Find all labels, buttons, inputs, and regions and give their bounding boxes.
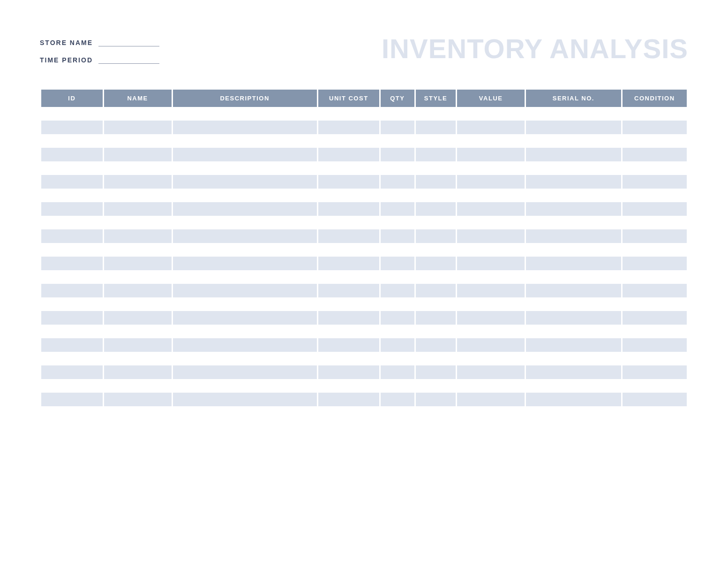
cell-input[interactable] [176, 175, 314, 189]
cell-input[interactable] [321, 189, 376, 202]
cell-input[interactable] [383, 161, 412, 175]
cell-input[interactable] [419, 202, 453, 216]
cell-input[interactable] [321, 365, 376, 379]
cell-input[interactable] [383, 175, 412, 189]
cell-input[interactable] [529, 270, 618, 284]
cell-input[interactable] [625, 121, 684, 134]
cell-input[interactable] [529, 229, 618, 243]
cell-input[interactable] [529, 352, 618, 365]
cell-input[interactable] [107, 365, 169, 379]
cell-input[interactable] [625, 148, 684, 161]
cell-input[interactable] [44, 148, 100, 161]
cell-input[interactable] [107, 311, 169, 325]
cell-input[interactable] [321, 297, 376, 311]
cell-input[interactable] [460, 311, 522, 325]
cell-input[interactable] [383, 311, 412, 325]
cell-input[interactable] [107, 189, 169, 202]
cell-input[interactable] [44, 325, 100, 338]
cell-input[interactable] [529, 338, 618, 352]
cell-input[interactable] [419, 311, 453, 325]
cell-input[interactable] [419, 338, 453, 352]
cell-input[interactable] [383, 352, 412, 365]
cell-input[interactable] [321, 311, 376, 325]
cell-input[interactable] [44, 284, 100, 297]
cell-input[interactable] [107, 297, 169, 311]
cell-input[interactable] [107, 107, 169, 121]
cell-input[interactable] [529, 175, 618, 189]
cell-input[interactable] [321, 393, 376, 406]
cell-input[interactable] [383, 189, 412, 202]
cell-input[interactable] [460, 189, 522, 202]
cell-input[interactable] [321, 175, 376, 189]
cell-input[interactable] [107, 325, 169, 338]
cell-input[interactable] [529, 216, 618, 229]
cell-input[interactable] [625, 175, 684, 189]
cell-input[interactable] [176, 311, 314, 325]
cell-input[interactable] [460, 297, 522, 311]
cell-input[interactable] [383, 216, 412, 229]
cell-input[interactable] [419, 352, 453, 365]
cell-input[interactable] [529, 243, 618, 257]
cell-input[interactable] [625, 216, 684, 229]
cell-input[interactable] [44, 216, 100, 229]
cell-input[interactable] [176, 297, 314, 311]
cell-input[interactable] [321, 229, 376, 243]
cell-input[interactable] [321, 161, 376, 175]
cell-input[interactable] [321, 325, 376, 338]
cell-input[interactable] [44, 243, 100, 257]
cell-input[interactable] [419, 257, 453, 270]
cell-input[interactable] [176, 352, 314, 365]
cell-input[interactable] [625, 243, 684, 257]
cell-input[interactable] [44, 121, 100, 134]
cell-input[interactable] [460, 365, 522, 379]
cell-input[interactable] [383, 148, 412, 161]
cell-input[interactable] [44, 257, 100, 270]
cell-input[interactable] [176, 107, 314, 121]
cell-input[interactable] [176, 243, 314, 257]
cell-input[interactable] [176, 216, 314, 229]
cell-input[interactable] [625, 270, 684, 284]
cell-input[interactable] [625, 338, 684, 352]
store-name-input[interactable] [98, 38, 159, 46]
cell-input[interactable] [419, 284, 453, 297]
cell-input[interactable] [44, 270, 100, 284]
cell-input[interactable] [625, 393, 684, 406]
cell-input[interactable] [176, 257, 314, 270]
cell-input[interactable] [321, 379, 376, 393]
cell-input[interactable] [625, 297, 684, 311]
cell-input[interactable] [419, 216, 453, 229]
cell-input[interactable] [107, 161, 169, 175]
cell-input[interactable] [321, 284, 376, 297]
cell-input[interactable] [107, 121, 169, 134]
cell-input[interactable] [625, 352, 684, 365]
cell-input[interactable] [107, 202, 169, 216]
cell-input[interactable] [625, 325, 684, 338]
cell-input[interactable] [419, 297, 453, 311]
cell-input[interactable] [529, 189, 618, 202]
cell-input[interactable] [529, 121, 618, 134]
time-period-input[interactable] [98, 55, 159, 64]
cell-input[interactable] [176, 365, 314, 379]
cell-input[interactable] [44, 297, 100, 311]
cell-input[interactable] [383, 243, 412, 257]
cell-input[interactable] [321, 338, 376, 352]
cell-input[interactable] [460, 379, 522, 393]
cell-input[interactable] [107, 229, 169, 243]
cell-input[interactable] [321, 107, 376, 121]
cell-input[interactable] [625, 311, 684, 325]
cell-input[interactable] [625, 229, 684, 243]
cell-input[interactable] [383, 379, 412, 393]
cell-input[interactable] [419, 161, 453, 175]
cell-input[interactable] [460, 229, 522, 243]
cell-input[interactable] [44, 202, 100, 216]
cell-input[interactable] [529, 202, 618, 216]
cell-input[interactable] [176, 189, 314, 202]
cell-input[interactable] [460, 107, 522, 121]
cell-input[interactable] [107, 216, 169, 229]
cell-input[interactable] [529, 148, 618, 161]
cell-input[interactable] [107, 338, 169, 352]
cell-input[interactable] [625, 107, 684, 121]
cell-input[interactable] [383, 325, 412, 338]
cell-input[interactable] [383, 365, 412, 379]
cell-input[interactable] [625, 202, 684, 216]
